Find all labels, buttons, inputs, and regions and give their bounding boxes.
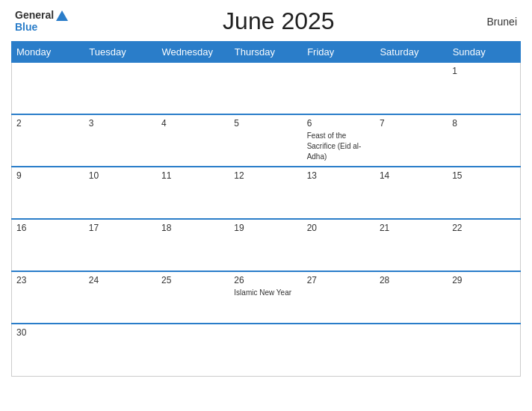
table-row: 1 [448, 62, 520, 114]
day-number: 17 [89, 223, 152, 233]
table-row [84, 62, 157, 114]
table-row: 6Feast of the Sacrifice (Eid al-Adha) [303, 114, 375, 167]
day-number: 26 [234, 275, 297, 285]
day-number: 25 [161, 275, 225, 285]
day-number: 14 [380, 170, 443, 181]
table-row: 11 [157, 167, 229, 219]
table-row [157, 324, 229, 376]
table-row: 10 [84, 167, 157, 219]
table-row: 2 [12, 114, 84, 167]
col-friday: Friday [303, 42, 375, 62]
table-row: 30 [12, 324, 84, 376]
table-row: 19 [229, 219, 302, 271]
table-row: 7 [375, 114, 448, 167]
day-number: 18 [161, 223, 225, 233]
day-number: 2 [16, 118, 80, 129]
col-saturday: Saturday [375, 42, 448, 62]
day-number: 30 [16, 327, 80, 338]
day-number: 28 [380, 275, 443, 285]
table-row: 13 [303, 167, 375, 219]
day-number: 9 [16, 170, 80, 181]
col-tuesday: Tuesday [84, 42, 157, 62]
day-number: 3 [89, 118, 152, 129]
day-number: 4 [161, 118, 225, 129]
col-thursday: Thursday [229, 42, 302, 62]
table-row: 15 [448, 167, 520, 219]
weekday-header-row: Monday Tuesday Wednesday Thursday Friday… [12, 42, 521, 62]
table-row: 3 [84, 114, 157, 167]
day-number: 27 [307, 275, 371, 285]
calendar-week-row: 30 [12, 324, 521, 376]
event-label: Feast of the Sacrifice (Eid al-Adha) [307, 132, 362, 161]
event-label: Islamic New Year [234, 288, 291, 297]
day-number: 19 [234, 223, 297, 233]
table-row: 8 [448, 114, 520, 167]
calendar-week-row: 23456Feast of the Sacrifice (Eid al-Adha… [12, 114, 521, 167]
table-row: 28 [375, 271, 448, 324]
calendar-week-row: 16171819202122 [12, 219, 521, 271]
table-row [12, 62, 84, 114]
table-row: 23 [12, 271, 84, 324]
day-number: 6 [307, 118, 371, 129]
calendar-table: Monday Tuesday Wednesday Thursday Friday… [11, 41, 521, 377]
table-row: 18 [157, 219, 229, 271]
table-row [303, 62, 375, 114]
logo-general-text: General [15, 10, 54, 21]
table-row: 29 [448, 271, 520, 324]
table-row: 24 [84, 271, 157, 324]
logo-triangle-icon [56, 10, 68, 21]
day-number: 15 [452, 170, 516, 181]
day-number: 10 [89, 170, 152, 181]
calendar-week-row: 1 [12, 62, 521, 114]
col-sunday: Sunday [448, 42, 520, 62]
day-number: 24 [89, 275, 152, 285]
calendar-title: June 2025 [70, 7, 486, 35]
day-number: 29 [452, 275, 516, 285]
logo-blue-text: Blue [15, 21, 37, 33]
table-row [84, 324, 157, 376]
table-row: 22 [448, 219, 520, 271]
table-row: 17 [84, 219, 157, 271]
logo: General Blue [15, 10, 70, 33]
table-row: 16 [12, 219, 84, 271]
day-number: 5 [234, 118, 297, 129]
table-row: 9 [12, 167, 84, 219]
country-label: Brunei [487, 16, 517, 28]
day-number: 8 [452, 118, 516, 129]
day-number: 16 [16, 223, 80, 233]
calendar-week-row: 9101112131415 [12, 167, 521, 219]
day-number: 13 [307, 170, 371, 181]
day-number: 23 [16, 275, 80, 285]
day-number: 1 [452, 66, 516, 76]
table-row [375, 324, 448, 376]
table-row [157, 62, 229, 114]
table-row [303, 324, 375, 376]
table-row [229, 324, 302, 376]
day-number: 21 [380, 223, 443, 233]
table-row: 26Islamic New Year [229, 271, 302, 324]
table-row: 25 [157, 271, 229, 324]
table-row: 5 [229, 114, 302, 167]
day-number: 12 [234, 170, 297, 181]
day-number: 20 [307, 223, 371, 233]
col-wednesday: Wednesday [157, 42, 229, 62]
day-number: 22 [452, 223, 516, 233]
table-row: 4 [157, 114, 229, 167]
calendar-week-row: 23242526Islamic New Year272829 [12, 271, 521, 324]
day-number: 11 [161, 170, 225, 181]
table-row: 14 [375, 167, 448, 219]
table-row: 20 [303, 219, 375, 271]
calendar-header: General Blue June 2025 Brunei [11, 7, 521, 35]
col-monday: Monday [12, 42, 84, 62]
table-row: 27 [303, 271, 375, 324]
table-row: 21 [375, 219, 448, 271]
table-row: 12 [229, 167, 302, 219]
table-row [229, 62, 302, 114]
table-row [448, 324, 520, 376]
table-row [375, 62, 448, 114]
day-number: 7 [380, 118, 443, 129]
